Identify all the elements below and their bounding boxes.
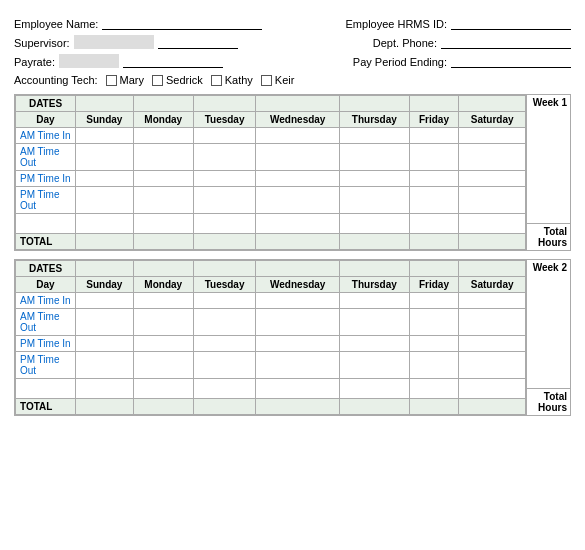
w1-fri-date[interactable] [409, 96, 459, 112]
w1-sun-date[interactable] [76, 96, 134, 112]
w1-am-timein-fri[interactable] [409, 128, 459, 144]
w2-empty-sat[interactable] [459, 379, 526, 399]
w1-pm-timein-mon[interactable] [133, 171, 193, 187]
w1-total-thu[interactable] [340, 234, 410, 250]
w1-am-timein-mon[interactable] [133, 128, 193, 144]
w2-pm-timeout-wed[interactable] [256, 352, 340, 379]
w1-pm-timein-tue[interactable] [193, 171, 256, 187]
w1-empty-sun[interactable] [76, 214, 134, 234]
w2-am-timein-sat[interactable] [459, 293, 526, 309]
w2-fri-date[interactable] [409, 261, 459, 277]
w2-am-timeout-thu[interactable] [340, 309, 410, 336]
w1-mon-date[interactable] [133, 96, 193, 112]
w2-sat-date[interactable] [459, 261, 526, 277]
w2-pm-timein-sat[interactable] [459, 336, 526, 352]
w2-empty-wed[interactable] [256, 379, 340, 399]
w2-total-fri[interactable] [409, 399, 459, 415]
checkbox-mary[interactable]: Mary [106, 74, 144, 86]
w2-sun-date[interactable] [76, 261, 134, 277]
dept-phone-line[interactable] [441, 35, 571, 49]
w2-total-mon[interactable] [133, 399, 193, 415]
w2-total-sun[interactable] [76, 399, 134, 415]
w2-total-tue[interactable] [193, 399, 256, 415]
w1-empty-sat[interactable] [459, 214, 526, 234]
w2-am-timein-fri[interactable] [409, 293, 459, 309]
w2-empty-fri[interactable] [409, 379, 459, 399]
w2-tue-date[interactable] [193, 261, 256, 277]
w2-am-timein-mon[interactable] [133, 293, 193, 309]
w1-pm-timeout-fri[interactable] [409, 187, 459, 214]
w2-pm-timein-tue[interactable] [193, 336, 256, 352]
w1-am-timeout-sat[interactable] [459, 144, 526, 171]
w1-sat-date[interactable] [459, 96, 526, 112]
w1-total-fri[interactable] [409, 234, 459, 250]
w1-am-timeout-tue[interactable] [193, 144, 256, 171]
w1-am-timein-sat[interactable] [459, 128, 526, 144]
w2-mon-date[interactable] [133, 261, 193, 277]
w1-pm-timein-sat[interactable] [459, 171, 526, 187]
w1-am-timeout-fri[interactable] [409, 144, 459, 171]
w1-wed-date[interactable] [256, 96, 340, 112]
supervisor-value[interactable] [74, 35, 154, 49]
w2-pm-timeout-sat[interactable] [459, 352, 526, 379]
checkbox-kathy[interactable]: Kathy [211, 74, 253, 86]
w1-empty-thu[interactable] [340, 214, 410, 234]
employee-name-line[interactable] [102, 16, 262, 30]
w2-pm-timein-mon[interactable] [133, 336, 193, 352]
w1-total-mon[interactable] [133, 234, 193, 250]
w2-wed-date[interactable] [256, 261, 340, 277]
hrms-id-line[interactable] [451, 16, 571, 30]
w2-pm-timeout-tue[interactable] [193, 352, 256, 379]
keir-checkbox[interactable] [261, 75, 272, 86]
w1-am-timein-sun[interactable] [76, 128, 134, 144]
w2-am-timein-sun[interactable] [76, 293, 134, 309]
w2-thu-date[interactable] [340, 261, 410, 277]
w1-pm-timein-thu[interactable] [340, 171, 410, 187]
w1-am-timeout-wed[interactable] [256, 144, 340, 171]
supervisor-line[interactable] [158, 35, 238, 49]
w2-am-timeout-sat[interactable] [459, 309, 526, 336]
w2-total-sat[interactable] [459, 399, 526, 415]
w1-pm-timeout-thu[interactable] [340, 187, 410, 214]
w1-am-timein-thu[interactable] [340, 128, 410, 144]
w2-am-timeout-mon[interactable] [133, 309, 193, 336]
w2-am-timeout-tue[interactable] [193, 309, 256, 336]
w2-total-thu[interactable] [340, 399, 410, 415]
w2-pm-timein-wed[interactable] [256, 336, 340, 352]
w1-am-timeout-mon[interactable] [133, 144, 193, 171]
w1-total-sat[interactable] [459, 234, 526, 250]
checkbox-sedrick[interactable]: Sedrick [152, 74, 203, 86]
w1-am-timeout-sun[interactable] [76, 144, 134, 171]
w2-empty-tue[interactable] [193, 379, 256, 399]
kathy-checkbox[interactable] [211, 75, 222, 86]
w1-pm-timein-wed[interactable] [256, 171, 340, 187]
w2-pm-timeout-sun[interactable] [76, 352, 134, 379]
w1-tue-date[interactable] [193, 96, 256, 112]
w2-am-timein-tue[interactable] [193, 293, 256, 309]
w2-pm-timeout-mon[interactable] [133, 352, 193, 379]
w2-am-timein-thu[interactable] [340, 293, 410, 309]
w1-am-timein-wed[interactable] [256, 128, 340, 144]
w1-pm-timeout-tue[interactable] [193, 187, 256, 214]
w1-am-timein-tue[interactable] [193, 128, 256, 144]
pay-period-line[interactable] [451, 54, 571, 68]
w1-am-timeout-thu[interactable] [340, 144, 410, 171]
w1-empty-tue[interactable] [193, 214, 256, 234]
w2-pm-timein-fri[interactable] [409, 336, 459, 352]
payrate-line[interactable] [123, 54, 223, 68]
w1-empty-wed[interactable] [256, 214, 340, 234]
w1-empty-fri[interactable] [409, 214, 459, 234]
w1-total-wed[interactable] [256, 234, 340, 250]
w1-pm-timeout-sun[interactable] [76, 187, 134, 214]
mary-checkbox[interactable] [106, 75, 117, 86]
w2-am-timeout-fri[interactable] [409, 309, 459, 336]
w1-pm-timein-fri[interactable] [409, 171, 459, 187]
sedrick-checkbox[interactable] [152, 75, 163, 86]
w2-am-timein-wed[interactable] [256, 293, 340, 309]
w2-empty-mon[interactable] [133, 379, 193, 399]
payrate-value[interactable] [59, 54, 119, 68]
w2-am-timeout-sun[interactable] [76, 309, 134, 336]
w1-pm-timein-sun[interactable] [76, 171, 134, 187]
w2-pm-timeout-thu[interactable] [340, 352, 410, 379]
w2-total-wed[interactable] [256, 399, 340, 415]
